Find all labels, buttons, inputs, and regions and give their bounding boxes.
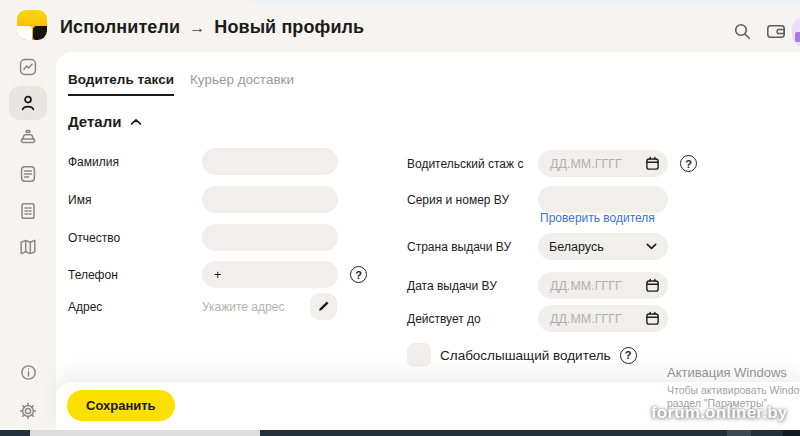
phone-input[interactable] bbox=[202, 261, 338, 288]
profile-pill-cutoff[interactable] bbox=[792, 17, 800, 47]
receipt-icon bbox=[18, 201, 38, 221]
taskbar-segment bbox=[783, 430, 800, 436]
patronymic-input[interactable] bbox=[202, 224, 338, 251]
person-icon bbox=[18, 93, 38, 113]
details-title: Детали bbox=[68, 113, 121, 130]
taskbar-segment bbox=[30, 430, 260, 436]
field-row-patronymic: Отчество bbox=[68, 224, 338, 251]
wallet-icon[interactable] bbox=[765, 20, 787, 42]
sidebar-item-reports[interactable] bbox=[9, 194, 47, 228]
content-panel: Водитель такси Курьер доставки Детали Фа… bbox=[56, 52, 800, 430]
deaf-driver-label: Слабослышащий водитель bbox=[440, 348, 611, 363]
breadcrumb-arrow-icon: → bbox=[189, 19, 205, 37]
field-row-issue-date: Дата выдачи ВУ bbox=[407, 272, 668, 299]
calendar-icon[interactable] bbox=[645, 311, 660, 326]
gear-icon bbox=[18, 401, 38, 421]
profile-pill-glyph bbox=[795, 32, 800, 42]
license-label: Серия и номер ВУ bbox=[407, 193, 538, 207]
issue-date-label: Дата выдачи ВУ bbox=[407, 279, 538, 293]
deaf-driver-row: Слабослышащий водитель ? bbox=[407, 343, 637, 367]
taskbar-edge bbox=[0, 430, 800, 436]
field-row-country: Страна выдачи ВУ Беларусь bbox=[407, 233, 668, 260]
chevron-down-icon bbox=[646, 243, 657, 250]
pencil-icon bbox=[317, 300, 330, 313]
app-window: Исполнители → Новый профиль bbox=[0, 0, 800, 436]
phone-help-icon[interactable]: ? bbox=[350, 266, 367, 283]
logo-black-quadrant bbox=[33, 26, 47, 40]
breadcrumb: Исполнители → Новый профиль bbox=[60, 17, 364, 38]
chevron-up-icon bbox=[130, 118, 142, 126]
country-value: Беларусь bbox=[549, 240, 604, 254]
calendar-icon[interactable] bbox=[645, 278, 660, 293]
phone-label: Телефон bbox=[68, 268, 202, 282]
sidebar-item-executors[interactable] bbox=[9, 86, 47, 120]
country-select[interactable]: Беларусь bbox=[538, 233, 668, 260]
analytics-icon bbox=[18, 57, 38, 77]
tab-taxi-driver[interactable]: Водитель такси bbox=[68, 72, 174, 96]
address-placeholder[interactable]: Укажите адрес bbox=[202, 300, 296, 314]
document-icon bbox=[18, 164, 38, 184]
surname-label: Фамилия bbox=[68, 155, 202, 169]
sidebar-item-documents[interactable] bbox=[9, 157, 47, 191]
valid-until-label: Действует до bbox=[407, 312, 538, 326]
field-row-address: Адрес Укажите адрес bbox=[68, 293, 337, 320]
check-driver-link[interactable]: Проверить водителя bbox=[540, 211, 655, 225]
breadcrumb-section[interactable]: Исполнители bbox=[60, 17, 180, 38]
address-label: Адрес bbox=[68, 300, 202, 314]
field-row-valid-until: Действует до bbox=[407, 305, 668, 332]
field-row-phone: Телефон ? bbox=[68, 261, 367, 288]
experience-label: Водительский стаж с bbox=[407, 157, 538, 171]
taxi-icon bbox=[18, 127, 38, 147]
deaf-driver-checkbox[interactable] bbox=[407, 343, 431, 367]
tab-delivery-courier[interactable]: Курьер доставки bbox=[190, 72, 294, 96]
field-row-license: Серия и номер ВУ bbox=[407, 186, 668, 213]
sidebar-item-info[interactable] bbox=[9, 355, 47, 389]
sidebar-item-cars[interactable] bbox=[9, 120, 47, 154]
save-button[interactable]: Сохранить bbox=[67, 390, 175, 421]
tab-bar: Водитель такси Курьер доставки bbox=[68, 72, 294, 96]
field-row-name: Имя bbox=[68, 186, 338, 213]
page-title: Новый профиль bbox=[214, 17, 364, 38]
info-icon bbox=[19, 363, 38, 382]
logo-white-quadrant bbox=[17, 26, 32, 40]
experience-help-icon[interactable]: ? bbox=[680, 155, 697, 172]
field-row-surname: Фамилия bbox=[68, 148, 338, 175]
browser-edge bbox=[250, 0, 800, 5]
yandex-pro-logo-icon[interactable] bbox=[17, 10, 47, 40]
calendar-icon[interactable] bbox=[645, 156, 660, 171]
taskbar-segment bbox=[727, 430, 751, 436]
patronymic-label: Отчество bbox=[68, 231, 202, 245]
name-input[interactable] bbox=[202, 186, 338, 213]
name-label: Имя bbox=[68, 193, 202, 207]
search-icon[interactable] bbox=[731, 20, 753, 42]
sidebar-item-map[interactable] bbox=[9, 230, 47, 264]
footer-bar: Сохранить bbox=[56, 382, 800, 430]
license-input[interactable] bbox=[538, 186, 668, 213]
address-edit-button[interactable] bbox=[310, 293, 337, 320]
field-row-experience: Водительский стаж с ? bbox=[407, 150, 697, 177]
map-icon bbox=[18, 237, 38, 257]
sidebar-item-settings[interactable] bbox=[9, 394, 47, 428]
sidebar-item-analytics[interactable] bbox=[9, 50, 47, 84]
surname-input[interactable] bbox=[202, 148, 338, 175]
deaf-driver-help-icon[interactable]: ? bbox=[620, 347, 637, 364]
country-label: Страна выдачи ВУ bbox=[407, 240, 538, 254]
details-section-toggle[interactable]: Детали bbox=[68, 113, 142, 130]
